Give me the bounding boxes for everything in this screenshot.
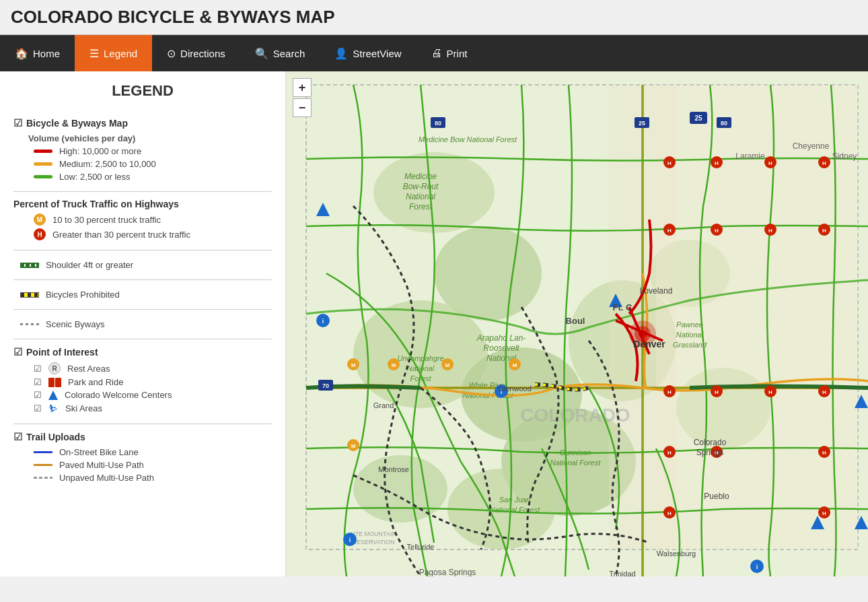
home-icon: 🏠 <box>15 47 28 60</box>
svg-text:Denver: Denver <box>633 339 665 349</box>
svg-text:Trinidad: Trinidad <box>609 570 635 576</box>
prohibited-swatch <box>20 292 39 298</box>
nav-search[interactable]: 🔍 Search <box>240 35 320 71</box>
legend-truck-high: H Greater than 30 percent truck traffic <box>34 228 272 240</box>
svg-text:Glenwood: Glenwood <box>498 384 532 393</box>
sidebar: LEGEND ☑ Bicycle & Byways Map Volume (ve… <box>0 71 286 576</box>
legend-poi: ☑ Point of Interest ☑ R Rest Areas ☑ Par… <box>13 339 272 424</box>
unpaved-path-swatch <box>34 477 52 479</box>
legend-bicycle-title: ☑ Bicycle & Byways Map <box>13 117 272 129</box>
welcome-check-icon: ☑ <box>34 390 42 400</box>
legend-rest-areas: ☑ R Rest Areas <box>34 362 272 374</box>
svg-text:H: H <box>715 228 719 234</box>
ski-areas-icon: ⛷ <box>48 403 59 414</box>
nav-print[interactable]: 🖨 Print <box>417 35 482 71</box>
bicycle-check-icon: ☑ <box>13 117 22 129</box>
poi-title: ☑ Point of Interest <box>13 346 272 358</box>
map-area[interactable]: + − Medicine Bow-Rout N <box>286 71 868 576</box>
svg-text:Cheyenne: Cheyenne <box>793 141 830 151</box>
svg-text:Boul: Boul <box>566 316 585 326</box>
svg-text:H: H <box>822 228 826 234</box>
nav-legend[interactable]: ☰ Legend <box>75 35 152 71</box>
svg-text:H: H <box>667 160 672 166</box>
legend-medium-volume: Medium: 2,500 to 10,000 <box>34 159 272 169</box>
legend-shoulder: Shoulder 4ft or greater <box>13 250 272 279</box>
park-check-icon: ☑ <box>34 377 42 387</box>
nav-streetview[interactable]: 👤 StreetView <box>320 35 416 71</box>
svg-text:Pawnee: Pawnee <box>676 321 703 329</box>
legend-high-volume: High: 10,000 or more <box>34 146 272 156</box>
zoom-in-button[interactable]: + <box>293 78 312 97</box>
svg-text:H: H <box>667 450 672 456</box>
svg-text:H: H <box>667 389 672 395</box>
svg-text:70: 70 <box>322 382 329 389</box>
svg-text:H: H <box>715 160 719 166</box>
legend-byways: Scenic Byways <box>13 309 272 339</box>
svg-text:Telluride: Telluride <box>407 543 435 551</box>
zoom-controls: + − <box>293 78 312 117</box>
volume-subtitle: Volume (vehicles per day) <box>28 133 272 143</box>
svg-text:Uncompahgre: Uncompahgre <box>397 354 443 362</box>
svg-text:M: M <box>351 362 356 368</box>
rest-areas-icon: R <box>48 362 61 374</box>
svg-text:Pagosa Springs: Pagosa Springs <box>419 568 476 576</box>
map-svg[interactable]: Medicine Bow-Rout National Forest Arapah… <box>286 71 868 576</box>
legend-prohibited: Bicycles Prohibited <box>13 279 272 309</box>
svg-text:Sidney: Sidney <box>832 152 857 161</box>
bike-lane-swatch <box>34 451 52 453</box>
svg-text:Pueblo: Pueblo <box>704 492 729 501</box>
svg-text:M: M <box>513 362 517 368</box>
svg-text:Medicine Bow National Forest: Medicine Bow National Forest <box>419 135 517 143</box>
svg-text:RESERVATION: RESERVATION <box>352 539 394 545</box>
svg-text:25: 25 <box>694 114 702 122</box>
svg-text:H: H <box>822 160 826 166</box>
svg-text:M: M <box>445 362 450 368</box>
svg-text:Grassland: Grassland <box>673 341 707 349</box>
svg-text:H: H <box>768 228 772 234</box>
legend-ski-areas: ☑ ⛷ Ski Areas <box>34 403 272 414</box>
title-bar: COLORADO BICYCLE & BYWAYS MAP <box>0 0 868 35</box>
svg-text:25: 25 <box>639 120 645 127</box>
zoom-out-button[interactable]: − <box>293 98 312 117</box>
nav-directions[interactable]: ⊙ Directions <box>152 35 240 71</box>
high-volume-swatch <box>34 149 52 153</box>
svg-text:Laramie: Laramie <box>735 152 765 161</box>
streetview-icon: 👤 <box>334 47 348 60</box>
navbar: 🏠 Home ☰ Legend ⊙ Directions 🔍 Search 👤 … <box>0 35 868 71</box>
legend-shoulder-item: Shoulder 4ft or greater <box>20 260 272 270</box>
directions-icon: ⊙ <box>167 47 176 60</box>
low-volume-swatch <box>34 175 52 178</box>
svg-text:Walsenburg: Walsenburg <box>657 549 696 558</box>
legend-park-ride: ☑ Park and Ride <box>34 377 272 387</box>
legend-byways-item: Scenic Byways <box>20 319 272 329</box>
rest-check-icon: ☑ <box>34 364 42 374</box>
svg-text:H: H <box>667 510 672 516</box>
svg-text:i: i <box>756 564 758 570</box>
truck-high-badge: H <box>34 228 46 240</box>
svg-text:Roosevelt: Roosevelt <box>483 343 519 353</box>
svg-text:H: H <box>822 450 826 456</box>
legend-icon: ☰ <box>89 47 99 60</box>
print-icon: 🖨 <box>431 47 442 59</box>
svg-text:H: H <box>768 160 772 166</box>
legend-heading: LEGEND <box>13 82 272 100</box>
svg-text:M: M <box>392 362 396 368</box>
svg-text:i: i <box>349 537 351 543</box>
ski-check-icon: ☑ <box>34 403 42 413</box>
svg-text:Ft. C: Ft. C <box>613 302 632 312</box>
svg-text:Springs: Springs <box>696 448 724 457</box>
search-icon: 🔍 <box>255 47 268 60</box>
svg-text:H: H <box>822 389 826 395</box>
svg-text:UTE MOUNTAIN: UTE MOUNTAIN <box>351 531 396 537</box>
svg-text:H: H <box>715 389 719 395</box>
svg-text:Colorado: Colorado <box>694 438 727 447</box>
legend-bicycle-byways: ☑ Bicycle & Byways Map Volume (vehicles … <box>13 110 272 191</box>
svg-text:National Forest: National Forest <box>550 459 602 467</box>
svg-text:Medicine: Medicine <box>404 172 437 181</box>
nav-home[interactable]: 🏠 Home <box>0 35 75 71</box>
truck-traffic-title: Percent of Truck Traffic on Highways <box>13 199 272 209</box>
svg-text:80: 80 <box>721 120 727 127</box>
svg-text:H: H <box>667 228 672 234</box>
legend-paved-path: Paved Multi-Use Path <box>34 460 272 470</box>
svg-text:i: i <box>322 318 324 325</box>
